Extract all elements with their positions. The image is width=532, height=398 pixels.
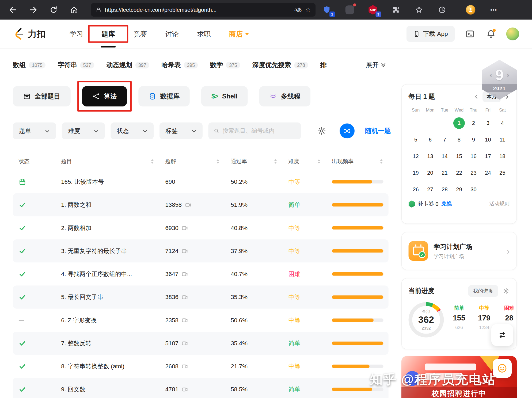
column-difficulty-sort[interactable]: 难度 bbox=[283, 158, 326, 165]
calendar-day[interactable]: 30 bbox=[466, 181, 481, 198]
nav-item-jobs[interactable]: 求职 bbox=[188, 20, 220, 48]
calendar-day[interactable]: 8 bbox=[452, 131, 466, 148]
nav-item-contest[interactable]: 竞赛 bbox=[124, 20, 156, 48]
tag-math[interactable]: 数学375 bbox=[210, 61, 240, 70]
calendar-day[interactable]: 16 bbox=[466, 148, 481, 164]
table-row[interactable]: 7. 整数反转 5107 35.4% 简单 bbox=[13, 332, 389, 355]
table-row[interactable]: 6. Z 字形变换 2358 50.6% 中等 bbox=[13, 309, 389, 332]
reload-button[interactable] bbox=[46, 3, 61, 17]
problem-title-link[interactable]: 2. 两数相加 bbox=[61, 224, 91, 232]
category-shell-button[interactable]: $> Shell bbox=[201, 86, 248, 106]
activity-rules-link[interactable]: 活动规则 bbox=[489, 201, 510, 207]
download-app-button[interactable]: 下载 App bbox=[406, 26, 455, 42]
home-button[interactable] bbox=[67, 3, 82, 17]
calendar-day[interactable]: 5 bbox=[409, 131, 423, 148]
calendar-day[interactable]: 27 bbox=[423, 181, 438, 198]
calendar-day[interactable]: 13 bbox=[423, 148, 438, 164]
category-all-button[interactable]: 全部题目 bbox=[13, 86, 71, 106]
problem-title-link[interactable]: 9. 回文数 bbox=[61, 385, 85, 393]
search-input[interactable] bbox=[223, 128, 296, 134]
calendar-day[interactable]: 6 bbox=[423, 131, 438, 148]
filter-difficulty[interactable]: 难度 bbox=[62, 123, 105, 139]
column-frequency-sort[interactable]: 出现频率 bbox=[326, 158, 388, 165]
problem-title-link[interactable]: 3. 无重复字符的最长子串 bbox=[61, 247, 127, 255]
extensions-puzzle-icon[interactable] bbox=[390, 4, 402, 16]
filter-problem-lists[interactable]: 题单 bbox=[13, 123, 56, 139]
calendar-day[interactable]: 11 bbox=[495, 131, 510, 148]
problem-title-link[interactable]: 7. 整数反转 bbox=[61, 339, 91, 347]
calendar-day[interactable]: 26 bbox=[409, 181, 423, 198]
notifications-bell-icon[interactable] bbox=[485, 28, 497, 40]
filter-status[interactable]: 状态 bbox=[111, 123, 154, 139]
calendar-day[interactable]: 23 bbox=[466, 164, 481, 181]
calendar-day[interactable]: 15 bbox=[452, 148, 466, 164]
column-title-sort[interactable]: 题目 bbox=[55, 158, 159, 165]
browser-profile-avatar[interactable] bbox=[465, 4, 476, 16]
calendar-day[interactable]: 19 bbox=[409, 164, 423, 181]
problem-title-link[interactable]: 1. 两数之和 bbox=[61, 201, 91, 209]
calendar-day[interactable]: 20 bbox=[423, 164, 438, 181]
calendar-day[interactable]: 28 bbox=[438, 181, 452, 198]
category-database-button[interactable]: 数据库 bbox=[138, 86, 189, 106]
feedback-console-icon[interactable] bbox=[464, 28, 476, 40]
calendar-day[interactable]: 3 bbox=[481, 115, 495, 131]
calendar-day[interactable]: 2 bbox=[466, 115, 481, 131]
user-avatar[interactable] bbox=[506, 28, 519, 40]
calendar-prev-icon[interactable] bbox=[474, 94, 479, 99]
random-problem-label[interactable]: 随机一题 bbox=[365, 127, 391, 135]
table-row[interactable]: 4. 寻找两个正序数组的中... 3647 40.7% 困难 bbox=[13, 262, 389, 285]
tag-hash[interactable]: 哈希表395 bbox=[161, 61, 198, 70]
table-row[interactable]: 3. 无重复字符的最长子串 7124 37.9% 中等 bbox=[13, 239, 389, 262]
calendar-day[interactable]: 17 bbox=[481, 148, 495, 164]
column-acceptance-sort[interactable]: 通过率 bbox=[225, 158, 283, 165]
translate-icon[interactable]: aあ bbox=[294, 7, 302, 13]
study-plans-card[interactable]: ✓ 学习计划广场 学习计划广场 › bbox=[401, 232, 517, 270]
column-solutions-sort[interactable]: 题解 bbox=[159, 158, 225, 165]
bookmark-star-icon[interactable]: ☆ bbox=[305, 6, 311, 14]
bookmarks-star-icon[interactable] bbox=[413, 4, 425, 16]
table-row[interactable]: 2. 两数相加 6930 40.8% 中等 bbox=[13, 216, 389, 239]
nav-item-problems[interactable]: 题库 bbox=[92, 20, 124, 48]
search-box[interactable] bbox=[208, 123, 301, 139]
table-row[interactable]: 1. 两数之和 13858 51.9% 简单 bbox=[13, 193, 389, 216]
progress-selector[interactable]: 我的进度 bbox=[468, 285, 498, 297]
back-button[interactable] bbox=[5, 3, 20, 17]
calendar-day[interactable]: 10 bbox=[481, 131, 495, 148]
calendar-day[interactable]: 18 bbox=[495, 148, 510, 164]
nav-item-learn[interactable]: 学习 bbox=[60, 20, 92, 48]
calendar-day[interactable]: 1 bbox=[452, 115, 466, 131]
table-row[interactable]: 5. 最长回文子串 3836 35.3% 中等 bbox=[13, 286, 389, 309]
filter-tags[interactable]: 标签 bbox=[159, 123, 203, 139]
calendar-day[interactable]: 29 bbox=[452, 181, 466, 198]
extension-icon-dark[interactable] bbox=[344, 4, 356, 16]
expand-tags-button[interactable]: 展开 bbox=[366, 56, 393, 74]
tag-string[interactable]: 字符串537 bbox=[58, 61, 94, 70]
problem-title-link[interactable]: 165. 比较版本号 bbox=[61, 178, 104, 186]
problem-title-link[interactable]: 8. 字符串转换整数 (atoi) bbox=[61, 362, 124, 370]
nav-item-discuss[interactable]: 讨论 bbox=[156, 20, 188, 48]
history-clock-icon[interactable] bbox=[436, 4, 448, 16]
calendar-day[interactable]: 24 bbox=[481, 164, 495, 181]
tag-dp[interactable]: 动态规划397 bbox=[107, 61, 149, 70]
table-row[interactable]: 8. 字符串转换整数 (atoi) 2608 21.7% 中等 bbox=[13, 355, 389, 378]
category-algorithms-button[interactable]: 算法 bbox=[82, 86, 127, 106]
nav-item-store[interactable]: 商店 bbox=[220, 20, 258, 48]
adblock-extension-icon[interactable]: ABP 3 bbox=[367, 4, 379, 16]
random-shuffle-button[interactable] bbox=[340, 124, 355, 139]
calendar-day[interactable]: 9 bbox=[466, 131, 481, 148]
settings-gear-icon[interactable] bbox=[315, 124, 329, 138]
refresh-progress-button[interactable] bbox=[491, 324, 513, 346]
table-row[interactable]: 165. 比较版本号 690 50.2% 中等 bbox=[13, 170, 389, 193]
url-bar[interactable]: https://leetcode-cn.com/problemset/algor… bbox=[91, 3, 316, 17]
exchange-link[interactable]: 兑换 bbox=[441, 200, 452, 208]
calendar-day[interactable]: 12 bbox=[409, 148, 423, 164]
calendar-day[interactable]: 22 bbox=[452, 164, 466, 181]
category-concurrency-button[interactable]: 多线程 bbox=[259, 86, 310, 106]
forward-button[interactable] bbox=[26, 3, 41, 17]
calendar-day[interactable]: 21 bbox=[438, 164, 452, 181]
calendar-day[interactable]: 25 bbox=[495, 164, 510, 181]
calendar-day[interactable]: 7 bbox=[438, 131, 452, 148]
tag-dfs[interactable]: 深度优先搜索278 bbox=[252, 61, 308, 70]
problem-title-link[interactable]: 5. 最长回文子串 bbox=[61, 293, 103, 301]
leetcode-logo[interactable]: 力扣 bbox=[13, 28, 45, 40]
